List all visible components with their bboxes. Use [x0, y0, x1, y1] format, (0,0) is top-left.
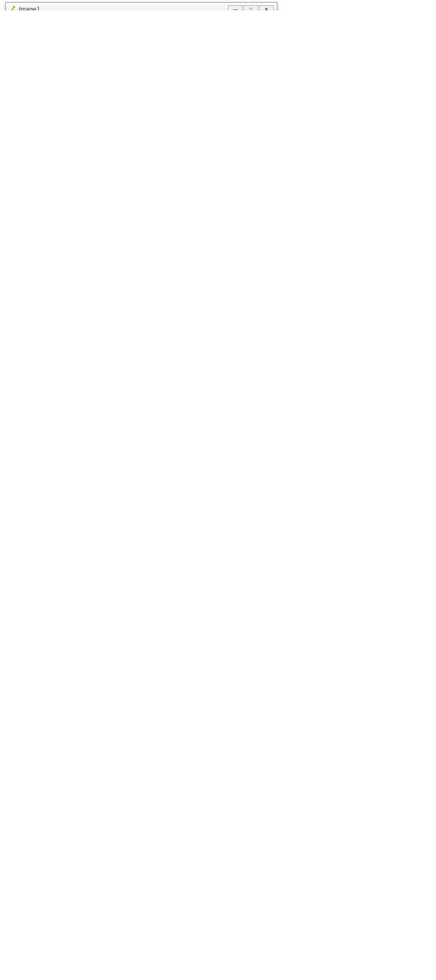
window-title: ImageJ — [19, 6, 228, 10]
imagej-icon — [9, 6, 16, 10]
close-button[interactable]: ✕ — [259, 5, 274, 11]
minimize-button[interactable]: ― — [228, 5, 243, 11]
maximize-button[interactable]: □ — [244, 5, 258, 11]
svg-point-0 — [13, 6, 15, 8]
